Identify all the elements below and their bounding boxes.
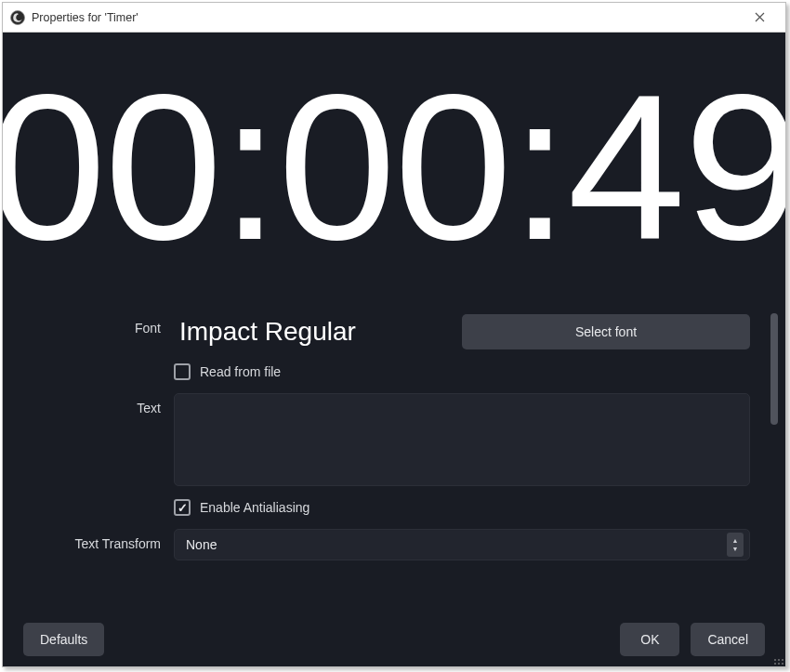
close-button[interactable] <box>741 10 778 25</box>
ok-button[interactable]: OK <box>620 623 679 656</box>
text-transform-value: None <box>186 537 217 552</box>
font-row: Font Impact Regular Select font <box>25 313 763 350</box>
font-label: Font <box>25 313 174 336</box>
text-row: Text <box>25 393 763 486</box>
cancel-button[interactable]: Cancel <box>691 623 765 656</box>
select-font-button[interactable]: Select font <box>462 314 750 349</box>
content-area: 00:00:49 Font Impact Regular Select font… <box>3 33 785 666</box>
updown-icon: ▲▼ <box>727 533 744 557</box>
timer-preview-text: 00:00:49 <box>3 64 785 270</box>
resize-grip[interactable] <box>772 653 783 665</box>
obs-app-icon <box>10 10 25 25</box>
read-from-file-row: Read from file <box>25 363 763 380</box>
window-title: Properties for 'Timer' <box>32 11 741 24</box>
text-transform-row: Text Transform None ▲▼ <box>25 529 763 560</box>
antialiasing-row: Enable Antialiasing <box>25 499 763 516</box>
form-area: Font Impact Regular Select font Read fro… <box>3 302 785 613</box>
text-transform-label: Text Transform <box>25 529 174 551</box>
font-display: Impact Regular <box>174 313 453 350</box>
text-input[interactable] <box>174 393 750 486</box>
read-from-file-label: Read from file <box>200 364 281 379</box>
antialiasing-label: Enable Antialiasing <box>200 500 309 515</box>
antialiasing-checkbox[interactable] <box>174 499 191 516</box>
defaults-button[interactable]: Defaults <box>23 623 104 656</box>
read-from-file-checkbox[interactable] <box>174 363 191 380</box>
preview-panel: 00:00:49 <box>3 33 785 302</box>
scrollbar-thumb[interactable] <box>770 313 778 425</box>
footer: Defaults OK Cancel <box>3 613 785 666</box>
svg-point-0 <box>11 10 25 24</box>
properties-window: Properties for 'Timer' 00:00:49 Font Imp… <box>2 2 786 667</box>
text-transform-select[interactable]: None ▲▼ <box>174 529 750 560</box>
text-label: Text <box>25 393 174 415</box>
close-icon <box>755 10 765 25</box>
titlebar: Properties for 'Timer' <box>3 3 785 33</box>
